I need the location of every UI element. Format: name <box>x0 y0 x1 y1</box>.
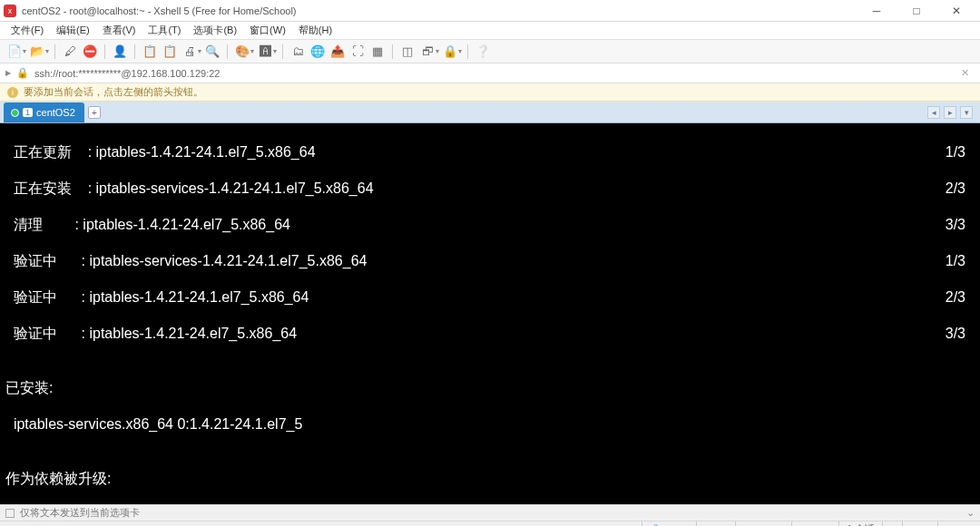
status-size: ↔ 104x21 <box>735 521 791 526</box>
tab-scroll-left-icon[interactable]: ◂ <box>927 106 940 119</box>
find-icon[interactable]: 🔍 <box>203 43 221 61</box>
open-icon[interactable]: 📂 <box>28 43 46 61</box>
clear-address-icon[interactable]: ✕ <box>956 67 975 79</box>
paste-icon[interactable]: 📋 <box>161 43 179 61</box>
status-cap: CAP <box>902 521 937 526</box>
lock-icon[interactable]: 🔒 <box>441 43 459 61</box>
terminal-line: 验证中 : iptables-services-1.4.21-24.1.el7_… <box>5 252 975 270</box>
address-bar: ▶ 🔒 ssh://root:***********@192.168.100.1… <box>0 63 980 83</box>
grid-icon[interactable]: ▦ <box>368 43 387 61</box>
maximize-button[interactable]: □ <box>897 0 936 22</box>
properties-icon[interactable]: 👤 <box>111 43 129 61</box>
separator <box>282 44 283 59</box>
add-tab-button[interactable]: + <box>88 106 101 119</box>
tab-scroll-right-icon[interactable]: ▸ <box>944 106 956 119</box>
status-termtype: xterm <box>696 521 735 526</box>
dropdown-icon[interactable]: ▾ <box>45 47 49 55</box>
cascade-icon[interactable]: 🗗 <box>418 43 436 61</box>
connected-indicator-icon <box>11 109 19 117</box>
tip-text: 要添加当前会话，点击左侧的箭头按钮。 <box>24 85 203 99</box>
session-tab[interactable]: 1 centOS2 <box>4 102 84 122</box>
send-text-label: 仅将文本发送到当前选项卡 <box>20 506 140 520</box>
tile-icon[interactable]: ◫ <box>398 43 416 61</box>
terminal-line: iptables-services.x86_64 0:1.4.21-24.1.e… <box>5 415 975 433</box>
dropdown-icon[interactable]: ▾ <box>458 47 462 55</box>
disconnect-icon[interactable]: ⛔ <box>81 43 99 61</box>
close-button[interactable]: ✕ <box>936 0 976 22</box>
window-title: centOS2 - root@localhost:~ - Xshell 5 (F… <box>22 5 857 16</box>
menu-view[interactable]: 查看(V) <box>99 24 140 37</box>
address-text[interactable]: ssh://root:***********@192.168.100.129:2… <box>34 68 220 79</box>
status-connection: ssh://root@192.168.100.129:22 <box>5 521 642 526</box>
color-icon[interactable]: 🎨 <box>233 43 251 61</box>
status-cursor: ✛ 21,21 <box>791 521 838 526</box>
status-protocol: 🔒SSH2 <box>642 521 696 526</box>
separator <box>392 44 393 59</box>
title-bar: x centOS2 - root@localhost:~ - Xshell 5 … <box>0 0 980 22</box>
help-icon[interactable]: ❔ <box>474 43 492 61</box>
tab-label: centOS2 <box>36 107 75 118</box>
tab-number: 1 <box>23 108 33 117</box>
terminal-line: 作为依赖被升级: <box>5 470 975 488</box>
dropdown-icon[interactable]: ▾ <box>198 47 201 55</box>
transfer-icon[interactable]: 📤 <box>328 43 347 61</box>
lock-icon: 🔒 <box>16 67 29 79</box>
separator <box>227 44 228 59</box>
font-icon[interactable]: 🅰 <box>256 43 274 61</box>
status-sessions: 1 会话 <box>838 521 882 526</box>
app-logo-icon: x <box>4 5 16 17</box>
dropdown-icon[interactable]: ▾ <box>250 47 254 55</box>
terminal-line: 已安装: <box>5 379 975 397</box>
terminal[interactable]: 正在更新 : iptables-1.4.21-24.1.el7_5.x86_64… <box>0 123 980 504</box>
menu-tools[interactable]: 工具(T) <box>144 24 184 37</box>
copy-icon[interactable]: 📋 <box>141 43 159 61</box>
terminal-line: 正在更新 : iptables-1.4.21-24.1.el7_5.x86_64… <box>5 143 975 161</box>
separator <box>134 44 135 59</box>
tip-bar: i 要添加当前会话，点击左侧的箭头按钮。 <box>0 83 980 102</box>
minimize-button[interactable]: ─ <box>857 0 897 22</box>
info-icon: i <box>7 87 18 98</box>
status-send-icon[interactable]: ↕ <box>882 521 902 526</box>
menu-tabs[interactable]: 选项卡(B) <box>190 24 240 37</box>
dropdown-icon[interactable]: ▾ <box>23 47 26 55</box>
menu-help[interactable]: 帮助(H) <box>295 24 336 37</box>
dropdown-icon[interactable]: ▾ <box>436 47 439 55</box>
menu-window[interactable]: 窗口(W) <box>246 24 289 37</box>
print-icon[interactable]: 🖨 <box>181 43 199 61</box>
tab-bar: 1 centOS2 + ◂ ▸ ▾ <box>0 102 980 123</box>
tool-bar: 📄▾ 📂▾ 🖊 ⛔ 👤 📋 📋 🖨▾ 🔍 🎨▾ 🅰▾ 🗂 🌐 📤 ⛶ ▦ ◫ 🗗… <box>0 40 980 63</box>
separator <box>104 44 105 59</box>
terminal-line: 清理 : iptables-1.4.21-24.el7_5.x86_643/3 <box>5 216 975 234</box>
terminal-line: 验证中 : iptables-1.4.21-24.1.el7_5.x86_642… <box>5 288 975 307</box>
send-text-bar: 仅将文本发送到当前选项卡 ⌄ <box>0 504 980 521</box>
tab-menu-icon[interactable]: ▾ <box>960 106 973 119</box>
fullscreen-icon[interactable]: ⛶ <box>348 43 367 61</box>
menu-edit[interactable]: 编辑(E) <box>53 24 93 37</box>
status-bar: ssh://root@192.168.100.129:22 🔒SSH2 xter… <box>0 521 980 526</box>
dropdown-icon[interactable]: ▾ <box>273 47 277 55</box>
address-caret-icon[interactable]: ▶ <box>5 69 11 77</box>
separator <box>54 44 55 59</box>
multicast-indicator[interactable] <box>5 509 15 518</box>
reconnect-icon[interactable]: 🖊 <box>61 43 79 61</box>
status-num: NUM <box>937 521 975 526</box>
terminal-line: 正在安装 : iptables-services-1.4.21-24.1.el7… <box>5 180 975 198</box>
terminal-line: 验证中 : iptables-1.4.21-24.el7_5.x86_643/3 <box>5 325 975 343</box>
menu-file[interactable]: 文件(F) <box>7 24 47 37</box>
sessions-icon[interactable]: 🗂 <box>289 43 307 61</box>
new-session-icon[interactable]: 📄 <box>5 43 24 61</box>
send-text-menu-icon[interactable]: ⌄ <box>966 507 975 519</box>
tunnel-icon[interactable]: 🌐 <box>309 43 327 61</box>
menu-bar: 文件(F) 编辑(E) 查看(V) 工具(T) 选项卡(B) 窗口(W) 帮助(… <box>0 22 980 40</box>
separator <box>467 44 468 59</box>
